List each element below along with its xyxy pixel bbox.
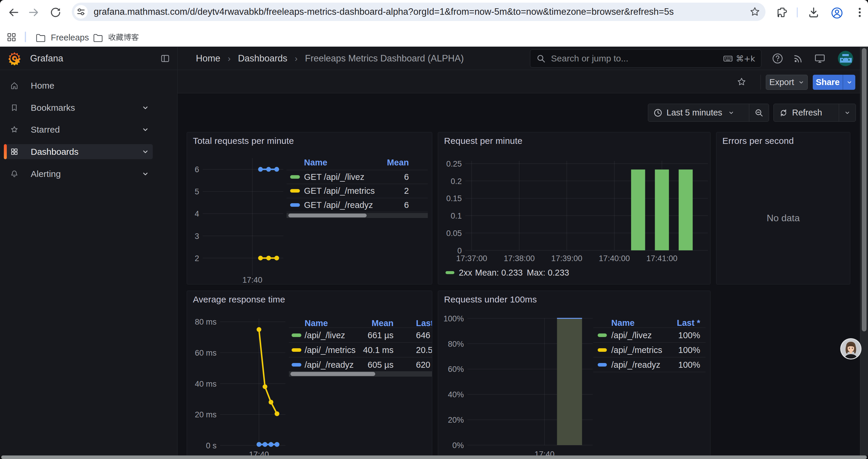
chevron-down-icon (844, 110, 850, 116)
panel-average-response-time: Average response time 0 s20 ms40 ms60 ms… (187, 291, 432, 456)
legend-col-mean[interactable]: Mean (387, 158, 409, 167)
user-avatar[interactable] (838, 51, 853, 66)
legend-row[interactable]: GET /api/_/readyz 6 (286, 198, 428, 212)
address-bar[interactable]: grafana.mathmast.com/d/deytv4rwavabkb/fr… (72, 3, 766, 21)
legend-row[interactable]: GET /api/_/livez 6 (286, 170, 428, 184)
browser-toolbar: grafana.mathmast.com/d/deytv4rwavabkb/fr… (0, 0, 868, 24)
sidebar-item-dashboards[interactable]: Dashboards (0, 144, 177, 159)
legend-col-last[interactable]: Last * (677, 319, 700, 327)
legend-scrollbar[interactable] (289, 371, 432, 376)
series-last: 20.5 ms (416, 345, 432, 355)
legend-row[interactable]: /api/_/metrics 100% (593, 342, 706, 357)
refresh-button[interactable]: Refresh (774, 104, 839, 121)
legend-row[interactable]: /api/_/readyz 605 µs 620 µs (289, 357, 432, 372)
time-range-button[interactable]: Last 5 minutes (648, 104, 749, 121)
sidebar-item-starred[interactable]: Starred (0, 122, 177, 137)
forward-icon[interactable] (27, 5, 41, 20)
legend-row[interactable]: /api/_/livez 100% (593, 328, 706, 342)
site-settings-button[interactable] (74, 5, 88, 19)
no-data-label: No data (716, 213, 850, 224)
legend-col-name[interactable]: Name (611, 319, 634, 327)
svg-text:80%: 80% (448, 340, 464, 349)
series-mean: 40.1 ms (363, 345, 394, 355)
search-box[interactable]: ⌘+k (530, 49, 761, 68)
floating-avatar[interactable] (840, 338, 862, 359)
series-color-dash (598, 363, 607, 366)
svg-text:17:41:00: 17:41:00 (646, 254, 677, 263)
zoom-out-button[interactable] (749, 104, 769, 121)
svg-text:5: 5 (195, 187, 199, 196)
breadcrumb-dashboards[interactable]: Dashboards (238, 53, 287, 64)
share-button[interactable]: Share (813, 75, 843, 90)
series-name: GET /api/_/livez (304, 172, 364, 182)
sidebar-item-home[interactable]: Home (0, 78, 177, 93)
breadcrumb-separator: › (295, 54, 298, 64)
sidebar-item-alerting[interactable]: Alerting (0, 166, 177, 182)
collapse-sidebar-icon[interactable] (161, 54, 169, 63)
legend-col-name[interactable]: Name (305, 319, 328, 328)
monitor-icon[interactable] (814, 53, 826, 64)
series-name[interactable]: 2xx (459, 269, 472, 276)
breadcrumb-home[interactable]: Home (196, 53, 220, 64)
dashboards-icon (10, 148, 18, 156)
export-button[interactable]: Export (766, 75, 808, 90)
legend-scrollbar-thumb[interactable] (290, 372, 375, 376)
reload-icon[interactable] (49, 5, 63, 20)
svg-text:17:38:00: 17:38:00 (504, 254, 535, 263)
bookmarks-bar: Freeleaps 收藏博客 (0, 24, 868, 47)
legend-row[interactable]: GET /api/_/metrics 2 (286, 184, 428, 198)
svg-text:0.25: 0.25 (446, 160, 462, 168)
svg-text:0.1: 0.1 (451, 211, 462, 220)
sidebar-item-bookmarks[interactable]: Bookmarks (0, 100, 177, 115)
search-input[interactable] (551, 54, 723, 64)
favorite-star-icon[interactable] (737, 77, 746, 87)
bar-chart[interactable]: 00.050.10.150.20.2517:37:0017:38:0017:39… (438, 132, 711, 285)
menu-dots-icon[interactable] (853, 6, 866, 19)
keyboard-icon (723, 54, 733, 64)
zoom-out-icon (754, 108, 764, 117)
apps-grid-icon[interactable] (6, 32, 17, 43)
legend-col-last[interactable]: Last * (416, 319, 432, 328)
chevron-down-icon (142, 126, 149, 133)
chevron-down-icon (728, 110, 734, 116)
url-text[interactable]: grafana.mathmast.com/d/deytv4rwavabkb/fr… (94, 3, 737, 21)
legend-col-mean[interactable]: Mean (372, 319, 394, 328)
share-dropdown-button[interactable] (843, 75, 855, 90)
refresh-label: Refresh (792, 108, 822, 118)
chevron-down-icon (142, 104, 149, 111)
vertical-scrollbar-thumb[interactable] (862, 48, 867, 331)
page-horizontal-scrollbar[interactable] (1, 455, 867, 459)
chevron-down-icon (142, 148, 149, 155)
series-mean: 6 (404, 200, 409, 210)
download-icon[interactable] (807, 6, 820, 19)
back-icon[interactable] (6, 5, 20, 20)
bookmark-folder-blogs[interactable]: 收藏博客 (92, 26, 139, 49)
refresh-interval-button[interactable] (839, 104, 856, 121)
svg-text:0%: 0% (452, 441, 464, 450)
series-color-dash (291, 348, 301, 352)
grafana-logo-icon[interactable] (8, 52, 21, 65)
svg-text:0.2: 0.2 (451, 177, 462, 186)
extensions-icon[interactable] (776, 6, 789, 19)
profile-icon[interactable] (831, 6, 843, 20)
legend-separator (593, 372, 706, 372)
legend-row[interactable]: /api/_/readyz 100% (593, 357, 706, 372)
legend-scrollbar-thumb[interactable] (288, 214, 367, 218)
svg-text:17:40: 17:40 (249, 450, 269, 456)
legend-row[interactable]: /api/_/metrics 40.1 ms 20.5 ms (289, 342, 432, 357)
bookmark-star-icon[interactable] (749, 6, 761, 18)
panel-title[interactable]: Errors per second (722, 136, 794, 146)
legend-col-name[interactable]: Name (304, 158, 327, 167)
news-rss-icon[interactable] (793, 53, 804, 64)
page-vertical-scrollbar[interactable] (860, 47, 868, 455)
legend-scrollbar[interactable] (286, 213, 428, 218)
bookmark-folder-freeleaps[interactable]: Freeleaps (35, 26, 89, 49)
svg-text:0 s: 0 s (206, 441, 217, 450)
series-name: /api/_/metrics (611, 345, 662, 355)
panel-requests-under-100ms: Requests under 100ms 0%20%40%60%80%100%1… (438, 291, 711, 456)
help-icon[interactable] (772, 53, 783, 64)
grafana-app: Grafana Home › Dashboards › Freeleaps Me… (0, 47, 868, 456)
time-range-label: Last 5 minutes (666, 108, 722, 118)
legend-row[interactable]: /api/_/livez 661 µs 646 µs (289, 328, 432, 342)
svg-text:80 ms: 80 ms (195, 318, 217, 326)
